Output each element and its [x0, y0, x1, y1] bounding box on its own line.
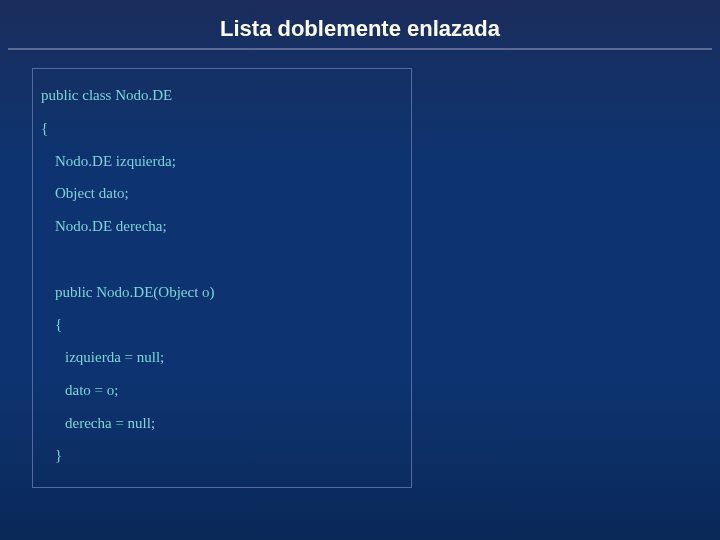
code-line: { [41, 112, 403, 145]
code-line: dato = o; [41, 374, 403, 407]
code-line: public class Nodo.DE [41, 79, 403, 112]
code-line: Nodo.DE derecha; [41, 210, 403, 243]
code-line: { [41, 308, 403, 341]
code-blank [41, 243, 403, 276]
title-divider [8, 48, 712, 50]
code-line: derecha = null; [41, 407, 403, 440]
code-line: izquierda = null; [41, 341, 403, 374]
code-line: Object dato; [41, 177, 403, 210]
code-line: public Nodo.DE(Object o) [41, 276, 403, 309]
title-area: Lista doblemente enlazada [0, 0, 720, 48]
code-line: Nodo.DE izquierda; [41, 145, 403, 178]
code-line: } [41, 439, 403, 472]
slide-title: Lista doblemente enlazada [0, 16, 720, 42]
code-box: public class Nodo.DE { Nodo.DE izquierda… [32, 68, 412, 488]
